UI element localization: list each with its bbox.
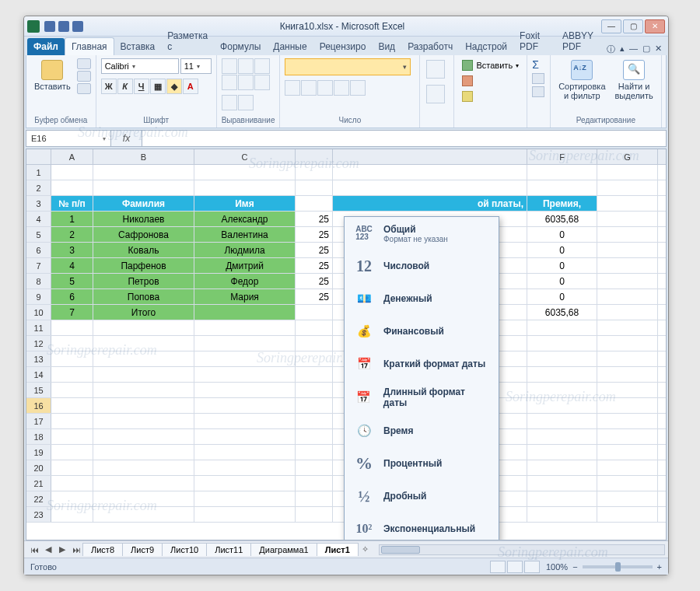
- cell[interactable]: [51, 367, 93, 382]
- cell[interactable]: 25: [296, 243, 333, 257]
- cell[interactable]: [51, 476, 93, 491]
- cell[interactable]: 0: [527, 243, 597, 257]
- cell[interactable]: [597, 414, 658, 428]
- font-size-combo[interactable]: 11: [180, 58, 212, 74]
- cell[interactable]: [51, 351, 93, 366]
- col-header-d[interactable]: [296, 149, 333, 164]
- worksheet-grid[interactable]: A B C F G 123№ п/пФамилияИмяой платы,Пре…: [26, 149, 667, 540]
- cell[interactable]: [194, 180, 296, 195]
- sheet-tab-9[interactable]: Лист9: [122, 543, 163, 556]
- cell[interactable]: [597, 212, 658, 226]
- sheet-tab-10[interactable]: Лист10: [162, 543, 207, 556]
- cell[interactable]: [51, 336, 93, 351]
- tab-foxit[interactable]: Foxit PDF: [513, 27, 556, 55]
- cell[interactable]: [296, 351, 333, 366]
- insert-cells-button[interactable]: Вставить▾: [459, 58, 522, 72]
- cell[interactable]: [527, 476, 597, 491]
- cell[interactable]: [597, 383, 658, 397]
- cell[interactable]: Мария: [194, 289, 296, 304]
- row-header[interactable]: 17: [26, 414, 51, 428]
- ribbon-minimize-icon[interactable]: ▴: [620, 44, 625, 55]
- cell[interactable]: Николаев: [93, 212, 194, 226]
- cell[interactable]: [597, 491, 658, 506]
- bold-icon[interactable]: Ж: [101, 79, 117, 94]
- border-icon[interactable]: ▦: [150, 79, 166, 94]
- currency-icon[interactable]: [285, 80, 300, 96]
- cell[interactable]: [296, 336, 333, 351]
- cell[interactable]: [194, 460, 296, 475]
- cell[interactable]: [296, 445, 333, 460]
- cell[interactable]: [51, 507, 93, 522]
- cell[interactable]: [296, 305, 333, 320]
- cell[interactable]: [93, 320, 194, 335]
- sheet-nav-prev-icon[interactable]: ◀: [41, 543, 55, 557]
- cell[interactable]: [296, 507, 333, 522]
- cell[interactable]: Попова: [93, 289, 194, 304]
- wb-restore-icon[interactable]: ▢: [642, 44, 650, 55]
- cell[interactable]: Премия,: [527, 196, 597, 211]
- cell[interactable]: [597, 367, 658, 382]
- cell[interactable]: [296, 414, 333, 428]
- cell[interactable]: [296, 398, 333, 413]
- cell[interactable]: [597, 180, 658, 195]
- cell[interactable]: 0: [527, 258, 597, 273]
- cell[interactable]: 3: [51, 243, 93, 257]
- cell[interactable]: [597, 165, 658, 180]
- cell[interactable]: [51, 180, 93, 195]
- cell[interactable]: Дмитрий: [194, 258, 296, 273]
- cell[interactable]: [93, 476, 194, 491]
- col-header-g[interactable]: G: [597, 149, 658, 164]
- cell[interactable]: [194, 429, 296, 444]
- cell[interactable]: [194, 165, 296, 180]
- font-name-combo[interactable]: Calibri: [101, 58, 179, 74]
- cell[interactable]: 25: [296, 227, 333, 242]
- row-header[interactable]: 14: [26, 367, 51, 382]
- cell[interactable]: 2: [51, 227, 93, 242]
- tab-formulas[interactable]: Формулы: [214, 38, 267, 55]
- cell[interactable]: [93, 398, 194, 413]
- cell[interactable]: [597, 336, 658, 351]
- cell[interactable]: [93, 351, 194, 366]
- cell[interactable]: [527, 383, 597, 397]
- numfmt-time[interactable]: 🕓Время: [345, 414, 499, 447]
- row-header[interactable]: 18: [26, 429, 51, 444]
- cell[interactable]: № п/п: [51, 196, 93, 211]
- tab-page-layout[interactable]: Разметка с: [161, 27, 214, 55]
- cell[interactable]: [597, 227, 658, 242]
- cell[interactable]: Фамилия: [93, 196, 194, 211]
- number-format-combo[interactable]: [285, 58, 411, 75]
- delete-cells-button[interactable]: [459, 74, 476, 88]
- cell[interactable]: [597, 507, 658, 522]
- cell[interactable]: [93, 180, 194, 195]
- view-normal-icon[interactable]: [490, 561, 506, 573]
- numfmt-scientific[interactable]: 10²Экспоненциальный: [345, 512, 499, 540]
- cell[interactable]: Коваль: [93, 243, 194, 257]
- row-header[interactable]: 6: [26, 243, 51, 257]
- row-header[interactable]: 21: [26, 476, 51, 491]
- row-header[interactable]: 19: [26, 445, 51, 460]
- cell[interactable]: [597, 398, 658, 413]
- cell[interactable]: [527, 429, 597, 444]
- zoom-out-icon[interactable]: −: [572, 562, 577, 572]
- cell[interactable]: [51, 398, 93, 413]
- row-header[interactable]: 4: [26, 212, 51, 226]
- sheet-nav-next-icon[interactable]: ▶: [55, 543, 69, 557]
- cell[interactable]: [194, 383, 296, 397]
- find-select-button[interactable]: Найти и выделить: [612, 58, 656, 102]
- row-header[interactable]: 20: [26, 460, 51, 475]
- numfmt-accounting[interactable]: 💰Финансовый: [345, 315, 499, 348]
- wb-close-icon[interactable]: ✕: [655, 44, 662, 55]
- sort-filter-button[interactable]: Сортировка и фильтр: [555, 58, 608, 102]
- col-header-f[interactable]: F: [527, 149, 597, 164]
- percent-icon[interactable]: [301, 80, 317, 96]
- formula-bar[interactable]: [142, 130, 667, 147]
- cell[interactable]: 7: [51, 305, 93, 320]
- cell[interactable]: [93, 460, 194, 475]
- cell[interactable]: [597, 289, 658, 304]
- sheet-tab-1[interactable]: Лист1: [317, 543, 359, 556]
- cell[interactable]: 1: [51, 212, 93, 226]
- cell[interactable]: [333, 180, 527, 195]
- qat-save-icon[interactable]: [44, 21, 55, 32]
- cell[interactable]: Федор: [194, 274, 296, 289]
- cell[interactable]: [597, 258, 658, 273]
